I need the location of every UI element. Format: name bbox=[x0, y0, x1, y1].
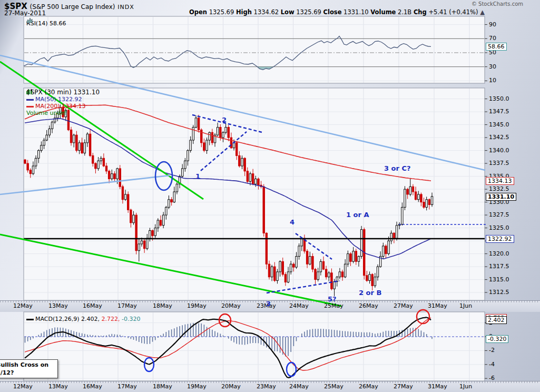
macd-axis-label: -6 bbox=[489, 375, 495, 381]
wave-label: 5? bbox=[328, 295, 337, 303]
main-axis-label: 1332.5 bbox=[489, 185, 509, 192]
x-axis-label: 17May bbox=[117, 383, 137, 390]
stockcharts-chart-page: { "header":{ "symbol":"$SPX","name":"(S&… bbox=[0, 0, 540, 392]
bullish-cross-line1: Bullish Cross on bbox=[0, 361, 55, 369]
value-callout: 1331.10 bbox=[486, 193, 516, 201]
x-axis-label: 27May bbox=[394, 302, 413, 309]
bullish-cross-line2: 5/12? bbox=[0, 369, 55, 377]
rsi-axis-label: 90 bbox=[489, 21, 496, 28]
area-chart-icon bbox=[26, 17, 33, 23]
volume-legend-label: Volume undef bbox=[26, 110, 66, 116]
x-axis-label: 18May bbox=[153, 302, 172, 309]
wave-label: 3 bbox=[266, 300, 271, 308]
rsi-legend: RSI(14) 58.66 bbox=[26, 17, 66, 27]
wave-label: 1 or A bbox=[346, 211, 369, 219]
x-axis-label: 13May bbox=[48, 383, 68, 390]
macd-legend: MACD(12,26,9) 2.402, 2.722, -0.320 bbox=[26, 313, 141, 323]
value-callout: 1334.13 bbox=[486, 177, 514, 185]
x-axis-label: 1Jun bbox=[459, 302, 472, 309]
main-axis-label: 1325.0 bbox=[489, 224, 509, 231]
main-axis-label: 1312.5 bbox=[489, 289, 509, 296]
x-axis-label: 19May bbox=[187, 302, 207, 309]
x-axis-label: 23May bbox=[257, 383, 276, 390]
x-axis-label: 12May bbox=[13, 302, 33, 309]
main-axis-label: 1315.0 bbox=[489, 276, 509, 283]
x-axis-label: 12May bbox=[13, 383, 33, 390]
main-axis-label: 1317.5 bbox=[489, 263, 509, 270]
value-callout: 58.66 bbox=[486, 43, 507, 51]
wave-label: 2 or B bbox=[359, 289, 381, 297]
wave-label: 3 or C? bbox=[384, 164, 411, 172]
rsi-axis-label: 70 bbox=[489, 35, 496, 42]
x-axis-label: 24May bbox=[289, 383, 309, 390]
x-axis-label: 17May bbox=[117, 302, 137, 309]
value-callout: -0.320 bbox=[486, 335, 508, 343]
x-axis-label: 31May bbox=[428, 302, 447, 309]
ma200-legend-label: MA(200) 1334.13 bbox=[35, 103, 86, 110]
wave-label: 4 bbox=[290, 218, 294, 226]
main-axis-label: 1345.0 bbox=[489, 121, 509, 128]
x-axis-label: 20May bbox=[221, 302, 241, 309]
main-axis-label: 1337.5 bbox=[489, 160, 509, 166]
main-axis-label: 1320.0 bbox=[489, 250, 509, 257]
ma50-legend-label: MA(50) 1322.92 bbox=[35, 96, 82, 103]
x-axis-label: 26May bbox=[359, 302, 378, 309]
macd-axis-label: -2 bbox=[489, 347, 495, 354]
x-axis-label: 20May bbox=[221, 383, 241, 390]
x-axis-label: 26May bbox=[359, 383, 378, 390]
ma200-line-icon bbox=[26, 106, 34, 107]
x-axis-label: 19May bbox=[187, 383, 207, 390]
value-callout: 1322.92 bbox=[486, 235, 514, 243]
ma50-line-icon bbox=[26, 99, 34, 101]
rsi-axis-label: 10 bbox=[489, 77, 496, 84]
main-legend: $SPX (30 min) 1331.10 MA(50) 1322.92 MA(… bbox=[26, 89, 100, 116]
x-axis-label: 16May bbox=[83, 302, 102, 309]
x-axis-label: 27May bbox=[394, 383, 413, 390]
rsi-panel bbox=[24, 16, 485, 83]
bullish-cross-annotation: Bullish Cross on 5/12? bbox=[0, 359, 58, 378]
x-axis-label: 16May bbox=[83, 383, 102, 390]
macd-axis-label: -4 bbox=[489, 361, 495, 368]
main-axis-label: 1350.0 bbox=[489, 95, 509, 102]
chart-canvas bbox=[0, 0, 540, 392]
x-axis-label: 31May bbox=[428, 383, 447, 390]
wave-label: 1 bbox=[195, 172, 200, 180]
volume-bars-icon bbox=[26, 89, 33, 94]
main-legend-title: $SPX (30 min) 1331.10 bbox=[26, 89, 100, 96]
x-axis-label: 24May bbox=[289, 302, 309, 309]
macd-line-icon bbox=[26, 319, 34, 320]
x-axis-label: 25May bbox=[324, 302, 343, 309]
x-axis-label: 18May bbox=[153, 383, 172, 390]
main-axis-label: 1327.5 bbox=[489, 211, 509, 218]
x-axis-label: 25May bbox=[324, 383, 343, 390]
value-callout: 2.402 bbox=[486, 316, 507, 324]
main-axis-label: 1342.5 bbox=[489, 134, 509, 141]
macd-legend-main: MACD(12,26,9) 2.402, bbox=[35, 316, 100, 322]
rsi-axis-label: 30 bbox=[489, 63, 496, 70]
wave-label: 2 bbox=[222, 116, 227, 124]
x-axis-label: 13May bbox=[48, 302, 68, 309]
macd-legend-signal: 2.722, bbox=[102, 316, 120, 322]
x-axis-label: 1Jun bbox=[459, 383, 472, 390]
macd-legend-hist: -0.320 bbox=[122, 316, 140, 322]
main-axis-label: 1347.5 bbox=[489, 108, 509, 115]
main-axis-label: 1340.0 bbox=[489, 147, 509, 154]
